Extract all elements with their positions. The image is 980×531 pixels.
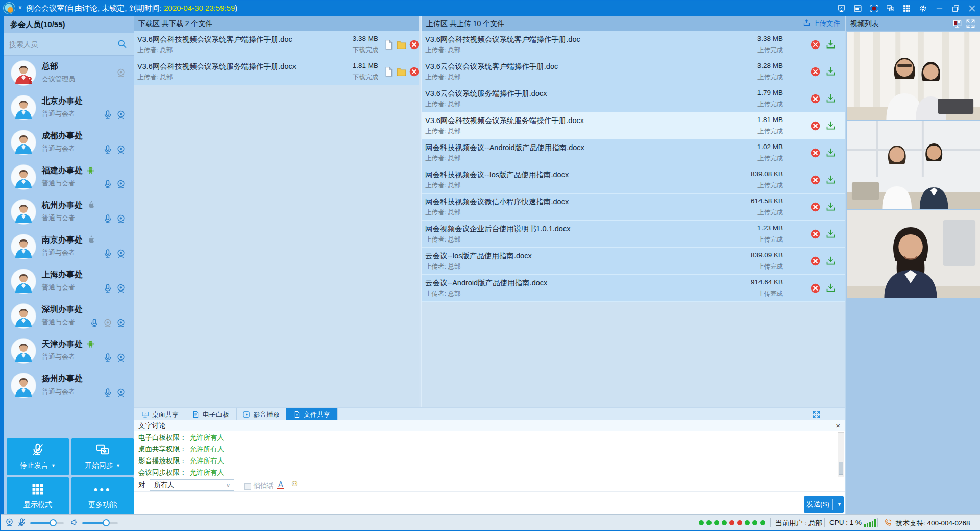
remove-file-icon[interactable] <box>810 39 821 50</box>
camera-icon[interactable] <box>116 318 126 328</box>
tab-media-play[interactable]: 影音播放 <box>235 408 287 421</box>
camera-icon[interactable] <box>5 518 14 527</box>
start-sync-button[interactable]: 开始同步▼ <box>71 438 134 475</box>
video-layout-icon[interactable] <box>952 19 962 29</box>
mic-icon[interactable] <box>103 144 113 155</box>
speaker-volume-slider[interactable] <box>82 522 118 524</box>
mic-volume-slider[interactable] <box>30 522 64 524</box>
video-thumbnail[interactable] <box>847 210 980 298</box>
emoji-icon[interactable]: ☺ <box>290 479 299 488</box>
slider-knob[interactable] <box>50 519 57 526</box>
mic-icon[interactable] <box>103 214 113 224</box>
remove-file-icon[interactable] <box>810 93 821 104</box>
open-folder-icon[interactable] <box>396 39 407 50</box>
remove-file-icon[interactable] <box>810 120 821 131</box>
send-button[interactable]: 发送(S) ▼ <box>804 496 844 513</box>
download-file-icon[interactable] <box>825 66 836 77</box>
remove-file-icon[interactable] <box>810 66 821 77</box>
download-file-icon[interactable] <box>825 39 836 50</box>
participant-row[interactable]: 总部 会议管理员 <box>4 56 134 90</box>
mic-icon[interactable] <box>89 318 100 328</box>
window-mode-icon[interactable] <box>852 3 863 14</box>
video-thumbnail[interactable] <box>847 121 980 209</box>
tab-desktop-share[interactable]: 桌面共享 <box>134 408 186 421</box>
minimize-button[interactable] <box>934 3 945 14</box>
mic-icon[interactable] <box>103 388 113 398</box>
file-row[interactable]: V3.6云会议系统服务端操作手册.docx 上传者: 总部 1.79 MB 上传… <box>422 85 845 112</box>
restore-button[interactable] <box>950 3 961 14</box>
open-folder-icon[interactable] <box>396 66 407 77</box>
file-row[interactable]: 网会视频会议企业后台使用说明书1.0.1.docx 上传者: 总部 1.23 M… <box>422 221 845 248</box>
font-color-icon[interactable]: A <box>276 480 285 489</box>
recipient-dropdown[interactable]: 所有人 ∨ <box>150 479 234 491</box>
grid-layout-icon[interactable] <box>901 3 912 14</box>
tab-file-share[interactable]: 文件共享 <box>286 408 338 421</box>
mic-icon[interactable] <box>103 249 113 259</box>
participant-row[interactable]: 扬州办事处 普通与会者 <box>4 368 134 403</box>
file-row-selected[interactable]: V3.6网会科技视频会议系统服务端操作手册.docx 上传者: 总部 1.81 … <box>422 112 845 139</box>
upload-file-link[interactable]: 上传文件 <box>803 16 840 31</box>
chat-message-area[interactable]: 电子白板权限：允许所有人 桌面共享权限：允许所有人 影音播放权限：允许所有人 会… <box>134 431 845 478</box>
slider-knob[interactable] <box>103 519 110 526</box>
participant-row[interactable]: 南京办事处 普通与会者 <box>4 229 134 264</box>
remove-file-icon[interactable] <box>409 66 420 77</box>
remove-file-icon[interactable] <box>810 229 821 239</box>
camera-icon[interactable] <box>116 214 126 224</box>
close-button[interactable] <box>966 3 977 14</box>
participant-row[interactable]: 上海办事处 普通与会者 <box>4 264 134 299</box>
mic-icon[interactable] <box>103 353 113 363</box>
camera-icon[interactable] <box>116 249 126 259</box>
file-row[interactable]: V3.6网会科技视频会议系统客户端操作手册.doc 上传者: 总部 3.38 M… <box>422 31 845 58</box>
file-row[interactable]: V3.6网会科技视频会议系统客户端操作手册.doc 上传者: 总部 3.38 M… <box>134 31 419 58</box>
file-row[interactable]: 网会科技视频会议--Ios版产品使用指南.docx 上传者: 总部 839.08… <box>422 166 845 194</box>
file-row[interactable]: V3.6云会议会议系统客户端操作手册.doc 上传者: 总部 3.28 MB 上… <box>422 58 845 85</box>
file-row[interactable]: 云会议--Ios版产品使用指南.docx 上传者: 总部 839.09 KB 上… <box>422 248 845 275</box>
file-row[interactable]: 云会议--Android版产品使用指南.docx 上传者: 总部 914.64 … <box>422 275 845 302</box>
more-functions-button[interactable]: ••• 更多功能 <box>71 477 134 515</box>
speaker-icon[interactable] <box>70 518 79 527</box>
display-mode-button[interactable]: 显示模式 <box>7 477 69 515</box>
stop-speaking-button[interactable]: 停止发言▼ <box>7 438 69 475</box>
participant-row[interactable]: 北京办事处 普通与会者 <box>4 90 134 125</box>
participant-row[interactable]: 深圳办事处 普通与会者 <box>4 299 134 333</box>
download-file-icon[interactable] <box>825 256 836 267</box>
sync-screens-icon[interactable] <box>885 3 896 14</box>
file-row[interactable]: 网会科技视频会议微信小程序快速指南.docx 上传者: 总部 614.58 KB… <box>422 194 845 221</box>
mic-icon[interactable] <box>103 283 113 294</box>
settings-gear-icon[interactable] <box>917 3 928 14</box>
download-file-icon[interactable] <box>825 202 836 212</box>
download-file-icon[interactable] <box>825 283 836 294</box>
tab-whiteboard[interactable]: 电子白板 <box>185 408 237 421</box>
mic-icon[interactable] <box>103 179 113 189</box>
search-input[interactable] <box>9 37 116 52</box>
camera-icon[interactable] <box>116 283 126 294</box>
camera-icon[interactable] <box>116 388 126 398</box>
participant-row[interactable]: 杭州办事处 普通与会者 <box>4 195 134 229</box>
participant-row[interactable]: 成都办事处 普通与会者 <box>4 125 134 160</box>
close-icon[interactable]: × <box>836 420 840 431</box>
camera-off-icon[interactable] <box>103 318 113 328</box>
download-file-icon[interactable] <box>825 175 836 185</box>
camera-icon[interactable] <box>116 179 126 189</box>
search-icon[interactable] <box>117 39 127 49</box>
record-icon[interactable] <box>868 3 879 14</box>
download-file-icon[interactable] <box>825 120 836 131</box>
participant-row[interactable]: 天津办事处 普通与会者 <box>4 333 134 368</box>
download-file-icon[interactable] <box>825 93 836 104</box>
remove-file-icon[interactable] <box>810 148 821 158</box>
expand-icon[interactable] <box>812 410 821 419</box>
file-row[interactable]: 网会科技视频会议--Android版产品使用指南.docx 上传者: 总部 1.… <box>422 139 845 166</box>
chevron-down-icon[interactable]: ▼ <box>837 496 842 513</box>
remove-file-icon[interactable] <box>409 39 420 50</box>
screen-share-icon[interactable] <box>836 3 847 14</box>
download-file-icon[interactable] <box>825 148 836 158</box>
download-file-icon[interactable] <box>825 229 836 239</box>
camera-icon[interactable] <box>116 110 126 120</box>
video-thumbnail[interactable] <box>847 32 980 120</box>
mic-off-icon[interactable] <box>17 518 27 527</box>
whisper-checkbox[interactable]: 悄悄话 <box>244 481 274 491</box>
camera-icon[interactable] <box>116 144 126 155</box>
remove-file-icon[interactable] <box>810 256 821 267</box>
camera-off-icon[interactable] <box>116 68 126 78</box>
remove-file-icon[interactable] <box>810 175 821 185</box>
